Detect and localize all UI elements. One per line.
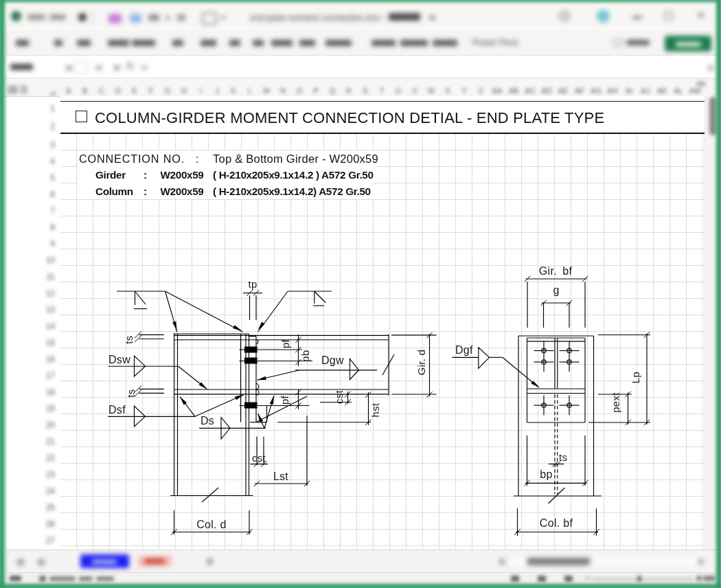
svg-text:Dsw: Dsw (108, 354, 130, 365)
svg-text:pf: pf (279, 395, 290, 405)
svg-text:Col. d: Col. d (196, 519, 227, 530)
svg-text:ts: ts (125, 389, 137, 397)
svg-text:Ds: Ds (201, 415, 214, 427)
svg-text:ts: ts (123, 335, 135, 343)
svg-text:tp: tp (248, 278, 257, 290)
svg-text:pf: pf (279, 339, 291, 348)
svg-text:Lst: Lst (273, 471, 288, 482)
svg-text:Dsf: Dsf (108, 404, 126, 416)
svg-text:ts: ts (559, 451, 567, 463)
svg-text:pext: pext (610, 392, 621, 413)
svg-text:cst: cst (333, 389, 345, 404)
svg-text:g: g (553, 284, 559, 296)
svg-text:Lp: Lp (630, 372, 641, 383)
svg-text:Col. bf: Col. bf (540, 517, 573, 529)
svg-text:pb: pb (299, 350, 311, 361)
svg-text:hst: hst (369, 403, 381, 417)
svg-text:Gir. bf: Gir. bf (539, 265, 573, 277)
svg-text:Dgw: Dgw (321, 354, 344, 366)
svg-text:bp: bp (540, 468, 552, 480)
svg-text:Gir. d: Gir. d (415, 350, 427, 376)
svg-text:cst: cst (252, 452, 266, 464)
svg-text:Dgf: Dgf (455, 344, 473, 356)
